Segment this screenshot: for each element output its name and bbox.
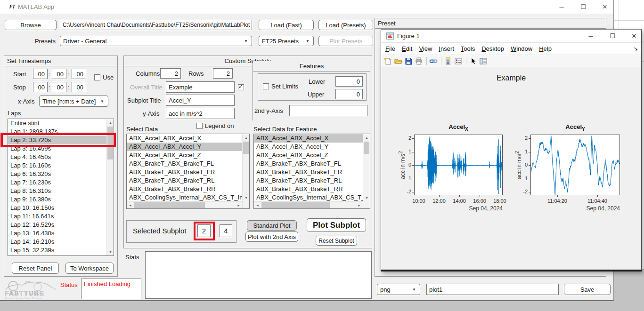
scroll-up-icon[interactable]: ▲	[363, 134, 370, 141]
menu-help[interactable]: Help	[536, 45, 555, 52]
rows-field[interactable]: 2	[213, 68, 233, 79]
standard-plot-button[interactable]: Standard Plot	[247, 220, 297, 231]
scroll-down-icon[interactable]: ▼	[243, 194, 250, 201]
start-second-field[interactable]: 00	[72, 69, 86, 79]
data-item[interactable]: ABX_BrakeT_ABX_BrakeT_FL	[127, 159, 242, 168]
axes-accel-y[interactable]	[530, 135, 620, 195]
figure-maximize-icon[interactable]: ☐	[605, 30, 620, 42]
scroll-right-icon[interactable]: ►	[356, 202, 363, 209]
to-workspace-button[interactable]: To Workspace	[65, 263, 114, 274]
subplot-title-field[interactable]: Accel_Y	[166, 95, 235, 106]
data-item[interactable]: ABX_Accel_ABX_Accel_Y	[127, 143, 242, 151]
feature-data-listbox[interactable]: ABX_Accel_ABX_Accel_XABX_Accel_ABX_Accel…	[253, 134, 370, 209]
feature-data-item[interactable]: ABX_BrakeT_ABX_BrakeT_FL	[254, 159, 363, 168]
ft25-presets-dropdown[interactable]: FT25 Presets ▼	[259, 36, 314, 46]
columns-field[interactable]: 2	[160, 68, 181, 79]
menu-insert[interactable]: Insert	[435, 45, 457, 52]
scroll-down-icon[interactable]: ▼	[363, 194, 370, 201]
lap-item[interactable]: Entire stint	[8, 119, 106, 128]
feature-data-item[interactable]: ABX_BrakeT_ABX_BrakeT_RL	[254, 176, 363, 185]
plot-subplot-button[interactable]: Plot Subplot	[307, 218, 366, 232]
figure-close-icon[interactable]: ✕	[627, 30, 641, 42]
path-field[interactable]: C:\Users\Vincent Chau\Documents\Fasttube…	[60, 20, 252, 30]
lap-item[interactable]: Lap 15: 32.239s	[8, 246, 106, 255]
overall-title-checkbox[interactable]	[238, 84, 244, 90]
select-data-listbox[interactable]: ABX_Accel_ABX_Accel_XABX_Accel_ABX_Accel…	[126, 134, 250, 209]
figure-minimize-icon[interactable]: ─	[584, 30, 598, 42]
lap-item[interactable]: Lap 12: 16.529s	[8, 221, 106, 229]
lap-item[interactable]: Lap 9: 16.380s	[8, 195, 106, 204]
menu-tools[interactable]: Tools	[457, 45, 478, 52]
menu-file[interactable]: File	[382, 45, 399, 52]
axes-accel-x[interactable]	[414, 135, 503, 195]
lap-item[interactable]: Lap 6: 16.320s	[8, 170, 106, 178]
scroll-up-icon[interactable]: ▲	[243, 134, 250, 141]
scrollbar-thumb[interactable]	[243, 142, 249, 154]
print-icon[interactable]	[414, 56, 424, 66]
plot-presets-button[interactable]: Plot Presets	[318, 36, 373, 46]
feature-data-vscrollbar[interactable]: ▲ ▼	[363, 134, 370, 208]
lap-item[interactable]: Lap 4: 16.450s	[8, 153, 106, 161]
upper-field[interactable]: 0	[335, 89, 363, 99]
scrollbar-thumb[interactable]	[261, 202, 330, 208]
link-plot-icon[interactable]	[429, 56, 438, 66]
plot-2nd-axis-button[interactable]: Plot with 2nd Axis	[245, 231, 298, 242]
select-data-vscrollbar[interactable]: ▲ ▼	[242, 134, 249, 208]
menu-window[interactable]: Window	[507, 45, 536, 52]
stats-box[interactable]	[145, 251, 372, 299]
lap-item[interactable]: Lap 14: 16.210s	[8, 238, 106, 246]
feature-data-item[interactable]: ABX_Accel_ABX_Accel_Y	[254, 143, 363, 151]
scroll-left-icon[interactable]: ◄	[127, 202, 134, 209]
export-format-dropdown[interactable]: png ▼	[377, 284, 420, 295]
lap-item[interactable]: Lap 13: 16.430s	[8, 229, 106, 238]
load-fast-button[interactable]: Load (Fast)	[259, 20, 314, 30]
menu-desktop[interactable]: Desktop	[478, 45, 507, 52]
overall-title-field[interactable]: Example	[166, 81, 235, 93]
start-minute-field[interactable]: 00	[52, 69, 66, 79]
stop-hour-field[interactable]: 00	[33, 82, 48, 92]
lap-item[interactable]: Lap 7: 16.230s	[8, 178, 106, 187]
lap-item[interactable]: Lap 16: 15.980s	[8, 255, 106, 256]
feature-data-item[interactable]: ABX_BrakeT_ABX_BrakeT_FR	[254, 168, 363, 176]
maximize-icon[interactable]: ☐	[575, 0, 591, 14]
set-limits-checkbox[interactable]	[263, 83, 269, 89]
select-data-hscrollbar[interactable]: ◄ ►	[127, 201, 242, 208]
minimize-icon[interactable]: ─	[554, 0, 570, 14]
second-y-axis-field[interactable]	[289, 105, 367, 116]
insert-legend-icon[interactable]	[454, 56, 463, 66]
scroll-left-icon[interactable]: ◄	[254, 202, 261, 209]
data-item[interactable]: ABX_Accel_ABX_Accel_X	[127, 134, 242, 143]
lap-item[interactable]: Lap 8: 16.310s	[8, 187, 106, 195]
data-item[interactable]: ABX_BrakeT_ABX_BrakeT_FR	[127, 168, 242, 176]
feature-data-hscrollbar[interactable]: ◄ ►	[254, 201, 363, 208]
data-item[interactable]: ABX_BrakeT_ABX_BrakeT_RL	[127, 176, 242, 185]
close-icon[interactable]: ✕	[597, 0, 613, 14]
browse-button[interactable]: Browse	[5, 20, 57, 30]
colorbar-icon[interactable]	[443, 56, 453, 66]
feature-data-item[interactable]: ABX_Accel_ABX_Accel_X	[254, 134, 363, 143]
start-hour-field[interactable]: 00	[33, 69, 48, 79]
stop-minute-field[interactable]: 00	[52, 82, 66, 92]
scrollbar-thumb[interactable]	[134, 202, 205, 208]
data-item[interactable]: ABX_BrakeT_ABX_BrakeT_RR	[127, 185, 242, 193]
new-file-icon[interactable]	[383, 56, 392, 66]
lap-item[interactable]: Lap 11: 16.641s	[8, 212, 106, 221]
save-button[interactable]: Save	[564, 284, 611, 295]
menu-view[interactable]: View	[416, 45, 435, 52]
feature-data-item[interactable]: ABX_BrakeT_ABX_BrakeT_RR	[254, 185, 363, 193]
scroll-right-icon[interactable]: ►	[235, 202, 242, 209]
lap-item[interactable]: Lap 5: 16.160s	[8, 161, 106, 170]
x-axis-dropdown[interactable]: Time [h:m:s + Date] ▼	[39, 96, 108, 107]
y-axis-field[interactable]: acc in m/s^2	[166, 108, 235, 119]
menu-edit[interactable]: Edit	[399, 45, 416, 52]
use-checkbox[interactable]	[94, 74, 100, 80]
lower-field[interactable]: 0	[335, 76, 363, 87]
reset-panel-button[interactable]: Reset Panel	[12, 263, 59, 274]
lap-item[interactable]: Lap 10: 16.150s	[8, 204, 106, 212]
property-inspector-icon[interactable]	[479, 56, 488, 66]
edit-plot-cursor-icon[interactable]	[468, 56, 478, 66]
scroll-down-icon[interactable]: ▼	[107, 248, 114, 255]
save-icon[interactable]	[404, 56, 413, 66]
open-file-icon[interactable]	[393, 56, 403, 66]
stop-second-field[interactable]: 00	[72, 82, 86, 92]
